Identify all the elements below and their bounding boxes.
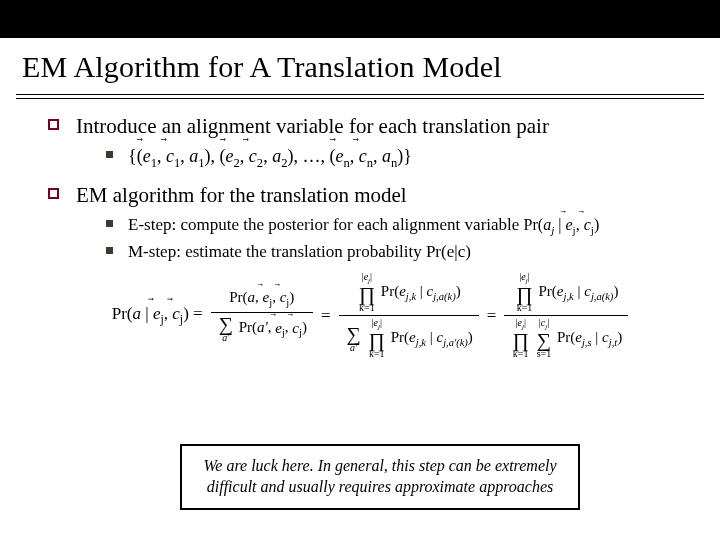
frac-2: |ej|∏k=1 Pr(ej,k | cj,a(k)) ∑a' |ej|∏k=1… — [339, 272, 479, 359]
bullet-2-text: EM algorithm for the translation model — [76, 183, 407, 207]
frac-1: Pr(a, ⃗ej, ⃗cj) ∑a' Pr(a', ⃗ej, ⃗cj) — [211, 288, 313, 343]
callout-text: We are luck here. In general, this step … — [203, 457, 556, 495]
posterior-equation: Pr(a | ⃗ej, ⃗cj) = Pr(a, ⃗ej, ⃗cj) ∑a' P… — [48, 272, 694, 359]
slide-body: Introduce an alignment variable for each… — [0, 99, 720, 359]
bullet-1-formula: {(⃗e1, ⃗c1, a1), (⃗e2, ⃗c2, a2), …, (⃗en… — [106, 145, 694, 171]
e-step-text: E-step: compute the posterior for each a… — [128, 215, 524, 234]
frac-3: |ej|∏k=1 Pr(ej,k | cj,a(k)) |ej|∏k=1 |cj… — [504, 272, 628, 359]
slide-title: EM Algorithm for A Translation Model — [0, 38, 720, 90]
bullet-1: Introduce an alignment variable for each… — [48, 113, 694, 172]
title-bar-stripe — [0, 0, 720, 38]
bullet-2-sub-2: M-step: estimate the translation probabi… — [106, 241, 694, 262]
alignment-tuple-set: {(⃗e1, ⃗c1, a1), (⃗e2, ⃗c2, a2), …, (⃗en… — [128, 146, 412, 166]
m-step-text: M-step: estimate the translation probabi… — [128, 242, 471, 261]
e-step-formula: Pr(aj | ⃗ej, ⃗cj) — [524, 216, 600, 233]
bullet-2: EM algorithm for the translation model E… — [48, 182, 694, 263]
bullet-2-sub-1: E-step: compute the posterior for each a… — [106, 214, 694, 237]
bullet-1-text: Introduce an alignment variable for each… — [76, 114, 549, 138]
callout-box: We are luck here. In general, this step … — [180, 444, 580, 510]
slide: EM Algorithm for A Translation Model Int… — [0, 0, 720, 540]
